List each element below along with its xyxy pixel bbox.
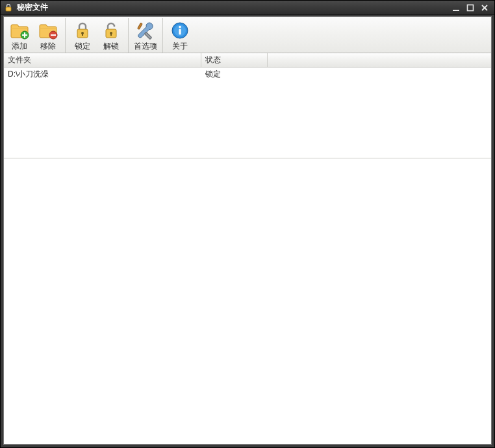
window-title: 秘密文件: [17, 2, 48, 13]
column-headers: 文件夹 状态: [4, 53, 491, 68]
toolbar-group-prefs: 首选项: [131, 18, 163, 53]
about-button-label: 关于: [172, 41, 188, 51]
svg-rect-0: [6, 7, 11, 11]
tools-icon: [135, 20, 156, 41]
row-folder-cell: D:\小刀洗澡: [4, 69, 201, 80]
toolbar: 添加 移除: [4, 17, 491, 53]
column-header-empty[interactable]: [268, 53, 491, 67]
list-area[interactable]: D:\小刀洗澡 锁定: [4, 68, 491, 158]
svg-rect-7: [22, 34, 27, 36]
minimize-button[interactable]: [450, 3, 463, 13]
remove-button-label: 移除: [40, 41, 56, 51]
client-area: 添加 移除: [3, 16, 492, 445]
add-button-label: 添加: [12, 41, 27, 51]
maximize-button[interactable]: [464, 3, 477, 13]
remove-button[interactable]: 移除: [34, 18, 62, 53]
toolbar-group-file: 添加 移除: [5, 18, 66, 53]
toolbar-group-about: 关于: [166, 18, 197, 53]
toolbar-group-lock: 锁定 解锁: [68, 18, 129, 53]
add-button[interactable]: 添加: [5, 18, 34, 53]
folder-add-icon: [9, 20, 30, 41]
titlebar: 秘密文件: [1, 1, 494, 15]
close-button[interactable]: [478, 3, 491, 13]
svg-rect-17: [138, 23, 143, 29]
about-button[interactable]: 关于: [166, 18, 194, 53]
column-header-status[interactable]: 状态: [201, 53, 268, 67]
column-header-folder[interactable]: 文件夹: [4, 53, 201, 67]
preferences-button[interactable]: 首选项: [131, 18, 160, 53]
lock-button-label: 锁定: [75, 41, 90, 51]
table-row[interactable]: D:\小刀洗澡 锁定: [4, 68, 491, 81]
app-window: 秘密文件: [0, 0, 495, 448]
svg-rect-16: [144, 32, 151, 39]
lock-closed-icon: [72, 20, 93, 41]
folder-remove-icon: [38, 20, 58, 41]
app-lock-icon: [4, 3, 13, 12]
unlock-button-label: 解锁: [103, 41, 119, 51]
unlock-button[interactable]: 解锁: [97, 18, 125, 53]
svg-rect-9: [51, 34, 56, 36]
lock-open-icon: [101, 20, 121, 41]
svg-rect-15: [110, 33, 112, 36]
svg-rect-1: [453, 10, 459, 11]
svg-point-20: [179, 26, 181, 29]
svg-rect-12: [82, 33, 83, 36]
info-icon: [170, 20, 190, 41]
lock-button[interactable]: 锁定: [68, 18, 97, 53]
empty-area: [4, 158, 491, 444]
svg-rect-21: [179, 29, 181, 35]
row-status-cell: 锁定: [201, 69, 268, 80]
svg-rect-2: [468, 5, 474, 10]
preferences-button-label: 首选项: [134, 41, 157, 51]
